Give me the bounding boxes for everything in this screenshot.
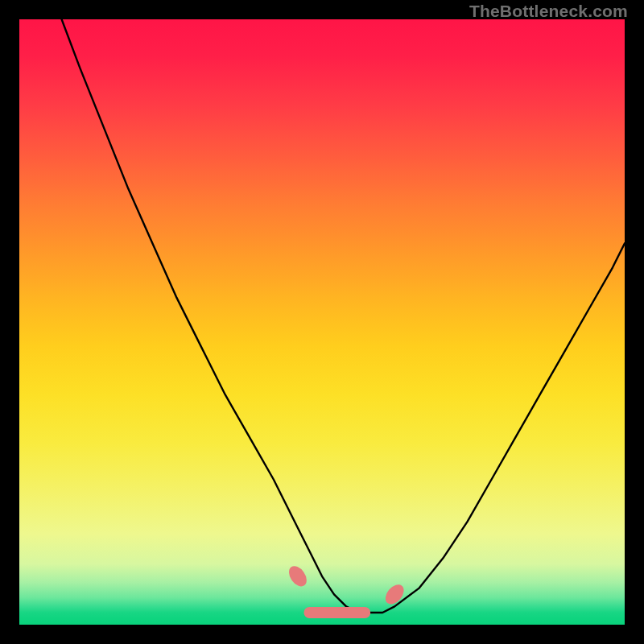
plot-area xyxy=(19,19,625,625)
bottleneck-curve xyxy=(62,19,625,613)
chart-svg xyxy=(19,19,625,625)
marker-bottom-segment xyxy=(303,607,370,618)
marker-left-blob xyxy=(286,563,311,589)
chart-frame: TheBottleneck.com xyxy=(0,0,644,644)
watermark-text: TheBottleneck.com xyxy=(469,2,628,21)
marker-right-blob xyxy=(382,581,407,608)
